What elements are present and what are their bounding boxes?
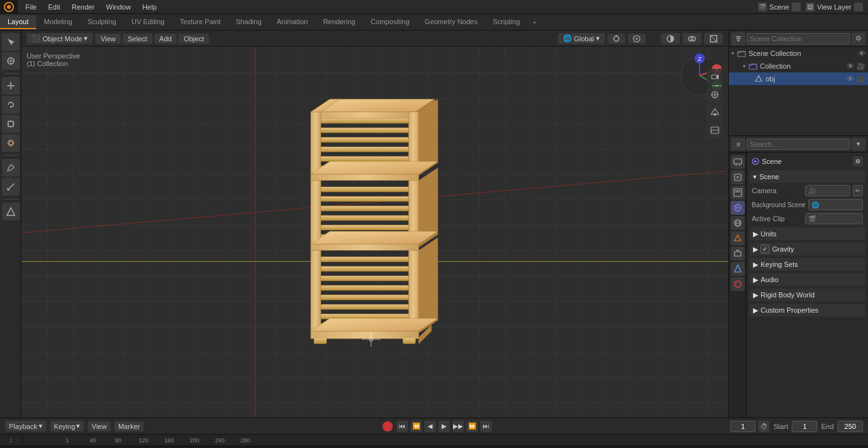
svg-rect-42 [321,118,409,123]
props-search-input[interactable] [747,139,850,150]
menu-window[interactable]: Window [101,2,136,12]
viewlayer-dropdown[interactable] [854,3,863,11]
prop-icon-world[interactable] [731,216,745,230]
tab-layout[interactable]: Layout [0,15,36,29]
outliner-search-input[interactable] [747,33,850,44]
tab-rendering[interactable]: Rendering [315,15,363,29]
add-object-button[interactable] [2,203,20,221]
outliner-settings-icon[interactable]: ⚙ [851,32,865,45]
tab-sculpting[interactable]: Sculpting [80,15,124,29]
prop-icon-constraints[interactable] [731,247,745,261]
tab-add-button[interactable]: + [527,16,541,29]
clock-icon[interactable]: ⏱ [758,421,770,432]
restrict-viewport-icon[interactable]: 👁 [858,50,865,57]
playback-button[interactable]: Playback ▾ [5,421,46,431]
tab-uv-editing[interactable]: UV Editing [124,15,172,29]
prop-icon-viewlayer[interactable] [731,186,745,200]
scene-section-header[interactable]: ▾ Scene [749,170,865,183]
viewport-overlay-button[interactable] [682,33,702,44]
outliner-collection[interactable]: ▾ Collection 👁 🎥 [729,60,868,72]
outliner-obj[interactable]: obj 👁 🎥 [729,72,868,85]
obj-render-icon[interactable]: 🎥 [857,75,865,83]
gravity-header[interactable]: ▶ ✓ Gravity [749,243,865,255]
scene-dropdown[interactable] [792,3,801,11]
camera-edit-icon[interactable]: ✏ [853,185,863,196]
annotate-tool-button[interactable] [2,159,20,177]
svg-rect-74 [314,337,327,344]
snap-button[interactable] [607,34,625,44]
transform-tool-button[interactable] [2,134,20,152]
gravity-checkbox[interactable]: ✓ [761,245,770,254]
outliner-filter-icon[interactable] [731,32,745,45]
next-frame-button[interactable]: ▶▶ [452,421,464,432]
background-scene-value[interactable]: 🌐 [808,199,863,210]
menu-render[interactable]: Render [67,2,100,12]
rigid-body-header[interactable]: ▶ Rigid Body World [749,288,865,301]
start-frame-input[interactable] [792,421,817,432]
viewport-shading-button[interactable] [661,33,680,44]
prop-icon-render[interactable] [731,155,745,169]
keying-button[interactable]: Keying ▾ [50,421,85,431]
audio-header[interactable]: ▶ Audio [749,273,865,286]
prop-icon-scene[interactable] [731,201,745,215]
jump-start-button[interactable]: ⏮ [397,421,408,432]
jump-end-button[interactable]: ⏭ [480,421,492,432]
menu-file[interactable]: File [20,2,42,12]
collection-render-icon[interactable]: 🎥 [857,62,865,71]
scene-settings-btn[interactable]: ⚙ [853,156,863,166]
end-frame-input[interactable] [837,421,863,432]
move-tool-button[interactable] [2,77,20,95]
tab-modeling[interactable]: Modeling [36,15,80,29]
outliner-scene-collection[interactable]: ▾ Scene Collection 👁 [729,47,868,60]
prop-icon-material[interactable] [731,277,745,291]
record-button[interactable] [383,421,393,431]
keying-sets-header[interactable]: ▶ Keying Sets [749,258,865,271]
tab-scripting[interactable]: Scripting [485,15,527,29]
props-filter-icon[interactable]: ≡ [731,138,745,151]
measure-tool-button[interactable] [2,178,20,196]
svg-rect-38 [311,112,321,175]
object-menu-button[interactable]: Object [179,34,209,44]
rotate-tool-button[interactable] [2,96,20,114]
view-menu-button[interactable]: View [95,34,121,44]
view-render-button[interactable] [707,104,723,121]
custom-props-header[interactable]: ▶ Custom Properties [749,304,865,316]
viewport-3d[interactable]: ⬛ Object Mode ▾ View Select Add Object 🌐… [22,31,728,417]
active-clip-value[interactable]: 🎬 [805,213,863,224]
props-expand-icon[interactable]: ▾ [851,138,865,151]
tab-texture-paint[interactable]: Texture Paint [172,15,228,29]
svg-marker-73 [311,318,438,331]
view-camera-button[interactable] [707,69,723,85]
units-header[interactable]: ▶ Units [749,227,865,240]
menu-edit[interactable]: Edit [43,2,65,12]
prev-frame-button[interactable]: ◀ [424,421,436,432]
view-image-button[interactable] [707,122,723,139]
collection-eye-icon[interactable]: 👁 [847,62,854,71]
prop-icon-object[interactable] [731,231,745,245]
tab-compositing[interactable]: Compositing [363,15,417,29]
camera-value[interactable]: 🎥 [805,185,850,196]
tab-animation[interactable]: Animation [269,15,316,29]
xray-button[interactable] [704,33,723,44]
next-keyframe-button[interactable]: ⏩ [466,421,478,432]
select-tool-button[interactable] [2,33,20,51]
scale-tool-button[interactable] [2,115,20,133]
cursor-tool-button[interactable] [2,52,20,70]
proportional-edit-button[interactable] [628,34,646,44]
object-mode-dropdown[interactable]: ⬛ Object Mode ▾ [27,33,93,44]
view-navigate-button[interactable] [707,86,723,103]
transform-orientation-button[interactable]: 🌐 Global ▾ [558,33,605,44]
prop-icon-output[interactable] [731,170,745,184]
prop-icon-data[interactable] [731,262,745,276]
menu-help[interactable]: Help [137,2,162,12]
tab-geometry-nodes[interactable]: Geometry Nodes [417,15,485,29]
timeline-view-button[interactable]: View [88,421,111,431]
select-menu-button[interactable]: Select [123,34,153,44]
marker-button[interactable]: Marker [114,421,144,431]
tab-shading[interactable]: Shading [228,15,269,29]
current-frame-input[interactable] [730,421,756,432]
add-menu-button[interactable]: Add [154,34,177,44]
play-button[interactable]: ▶ [438,421,450,432]
prev-keyframe-button[interactable]: ⏪ [410,421,422,432]
obj-eye-icon[interactable]: 👁 [847,75,854,83]
